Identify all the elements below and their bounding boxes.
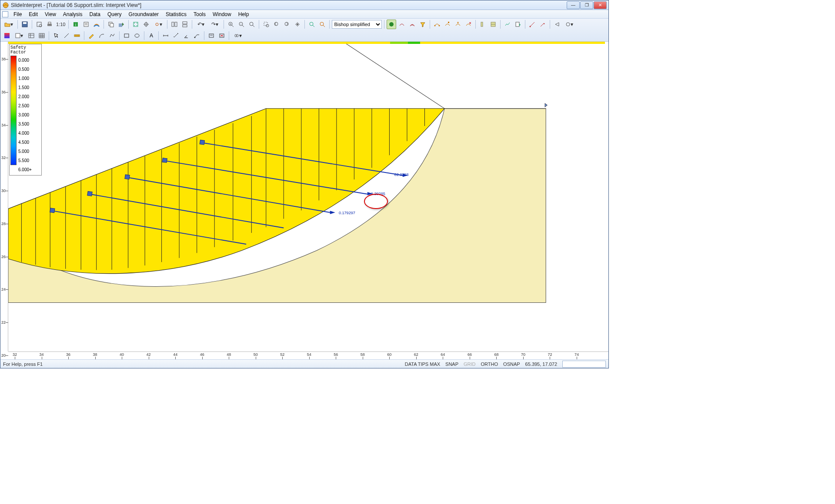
zoom-support-button[interactable]: [317, 20, 327, 29]
svg-point-57: [566, 23, 570, 26]
status-osnap[interactable]: OSNAP: [501, 361, 523, 367]
report-button[interactable]: [81, 20, 91, 29]
zoom-undo-button[interactable]: [272, 20, 281, 29]
edit-text-button[interactable]: [207, 31, 216, 40]
redo-button[interactable]: ↷▾: [208, 20, 221, 29]
info-viewer-button[interactable]: i: [71, 20, 80, 29]
status-snap[interactable]: SNAP: [443, 361, 461, 367]
legend-panel[interactable]: Safety Factor 0.0000.5001.0001.5002.0002…: [9, 44, 42, 176]
menu-help[interactable]: Help: [235, 10, 253, 18]
dim-leader-button[interactable]: [192, 31, 202, 40]
global-min-button[interactable]: [387, 20, 396, 29]
grid-button[interactable]: [131, 20, 140, 29]
menu-data[interactable]: Data: [86, 10, 104, 18]
menu-tools[interactable]: Tools: [190, 10, 209, 18]
model-viewport[interactable]: Safety Factor 0.0000.5001.0001.5002.0002…: [8, 42, 608, 351]
toolbar-separator: [119, 31, 120, 40]
min-surfaces-button[interactable]: [397, 20, 407, 29]
copy-button[interactable]: [106, 20, 116, 29]
svg-point-17: [137, 23, 137, 23]
draw-arrow-button[interactable]: [538, 20, 548, 29]
measure-button[interactable]: [72, 31, 82, 40]
svg-rect-59: [16, 33, 20, 38]
status-grid[interactable]: GRID: [461, 361, 478, 367]
open-button[interactable]: ▾: [2, 20, 15, 29]
dim-aligned-button[interactable]: [171, 31, 181, 40]
move-surface-button[interactable]: [453, 20, 463, 29]
undo-button[interactable]: ↶▾: [194, 20, 207, 29]
coord-input[interactable]: [562, 361, 606, 368]
status-coords: 65.395, 17.072: [523, 361, 560, 367]
pan-button[interactable]: [293, 20, 302, 29]
zoom-in-button[interactable]: +: [226, 20, 236, 29]
rectangle-button[interactable]: [122, 31, 131, 40]
add-surface-button[interactable]: [432, 20, 442, 29]
snap-options-button[interactable]: [141, 20, 151, 29]
filter-surfaces-button[interactable]: [418, 20, 428, 29]
back-analysis-button[interactable]: [552, 20, 562, 29]
toolbar-separator: [32, 20, 32, 29]
slope-surface-line1: [343, 42, 444, 109]
table2-button[interactable]: [37, 31, 47, 40]
zoom-redo-button[interactable]: [282, 20, 292, 29]
osnap-button[interactable]: ▾: [152, 20, 165, 29]
ruler-vertical: 20222426283032343638: [0, 42, 8, 351]
pencil-button[interactable]: [87, 31, 96, 40]
draw-line-button[interactable]: [528, 20, 537, 29]
graph-button[interactable]: [503, 20, 512, 29]
minimize-button[interactable]: —: [567, 1, 580, 9]
zoom-out-button[interactable]: -: [237, 20, 246, 29]
print-preview-button[interactable]: [34, 20, 44, 29]
options-button[interactable]: ▾: [563, 20, 576, 29]
status-tips[interactable]: DATA TIPS MAX: [402, 361, 443, 367]
menu-file[interactable]: File: [10, 10, 25, 18]
tile-vertical-button[interactable]: [170, 20, 179, 29]
edit-surface-button[interactable]: [443, 20, 452, 29]
display-options-button[interactable]: ▾: [13, 31, 26, 40]
menu-analysis[interactable]: Analysis: [60, 10, 86, 18]
close-button[interactable]: ✕: [594, 1, 607, 9]
zoom-window-button[interactable]: [261, 20, 271, 29]
tile-horizontal-button[interactable]: [180, 20, 190, 29]
export-button[interactable]: [117, 20, 126, 29]
ellipse-button[interactable]: [132, 31, 142, 40]
svg-rect-53: [516, 22, 519, 27]
dim-angle-button[interactable]: [182, 31, 191, 40]
toolbar-row-1: ▾ 1:10 i ▾ ↶▾ ↷▾ + -: [0, 19, 608, 30]
select-button[interactable]: [51, 31, 61, 40]
menu-window[interactable]: Window: [209, 10, 235, 18]
menu-view[interactable]: View: [41, 10, 60, 18]
maximize-button[interactable]: ❐: [580, 1, 593, 9]
svg-rect-25: [175, 22, 177, 27]
export-data-button[interactable]: [513, 20, 523, 29]
polyline-button[interactable]: [107, 31, 117, 40]
query-slice-button[interactable]: [478, 20, 488, 29]
dim-horizontal-button[interactable]: [161, 31, 170, 40]
menu-query[interactable]: Query: [104, 10, 125, 18]
svg-rect-13: [110, 23, 114, 27]
arc-button[interactable]: [97, 31, 107, 40]
svg-point-40: [310, 22, 313, 26]
svg-point-85: [237, 34, 238, 37]
print-button[interactable]: [45, 20, 54, 29]
text-button[interactable]: A: [147, 31, 156, 40]
zoom-search-button[interactable]: [307, 20, 317, 29]
line-tool-button[interactable]: [62, 31, 71, 40]
highlight-ellipse: [364, 194, 388, 209]
contour-button[interactable]: [92, 20, 101, 29]
status-ortho[interactable]: ORTHO: [478, 361, 501, 367]
zoom-extents-button[interactable]: [247, 20, 257, 29]
mdi-system-icon[interactable]: [2, 11, 8, 17]
delete-tool-button[interactable]: [217, 31, 227, 40]
delete-surface-button[interactable]: [464, 20, 473, 29]
menu-groundwater[interactable]: Groundwater: [125, 10, 162, 18]
menu-statistics[interactable]: Statistics: [162, 10, 190, 18]
analysis-method-select[interactable]: Bishop simplified: [332, 20, 382, 29]
save-button[interactable]: [20, 20, 30, 29]
all-surfaces-button[interactable]: [407, 20, 417, 29]
menu-edit[interactable]: Edit: [25, 10, 41, 18]
contour-options-button[interactable]: [2, 31, 12, 40]
table-button[interactable]: [27, 31, 36, 40]
query-material-button[interactable]: [488, 20, 498, 29]
link-button[interactable]: ▾: [231, 31, 244, 40]
